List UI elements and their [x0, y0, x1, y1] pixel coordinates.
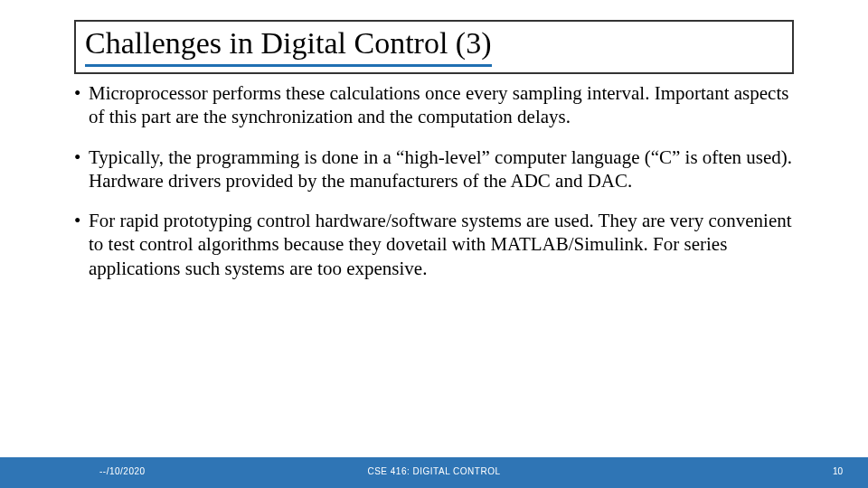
title-box: Challenges in Digital Control (3)	[74, 20, 794, 74]
bullet-item: Microprocessor performs these calculatio…	[74, 81, 794, 129]
footer-course: CSE 416: DIGITAL CONTROL	[0, 466, 868, 476]
slide-number: 10	[833, 466, 843, 476]
slide-title: Challenges in Digital Control (3)	[85, 25, 492, 67]
bullet-item: Typically, the programming is done in a …	[74, 145, 794, 193]
bullet-item: For rapid prototyping control hardware/s…	[74, 209, 794, 280]
bullet-list: Microprocessor performs these calculatio…	[74, 81, 794, 280]
footer-bar: --/10/2020 CSE 416: DIGITAL CONTROL 10	[0, 457, 868, 488]
slide: Challenges in Digital Control (3) Microp…	[0, 0, 868, 488]
body-content: Microprocessor performs these calculatio…	[74, 81, 794, 296]
